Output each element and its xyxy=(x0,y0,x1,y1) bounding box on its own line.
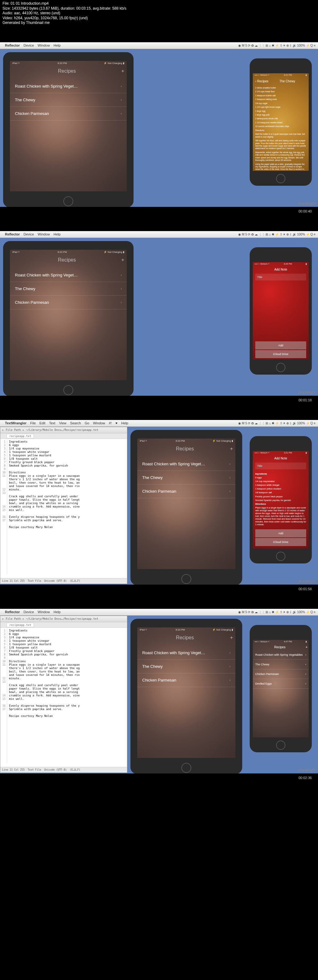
recipe-row[interactable]: Roast Chicken with Spring Veget…› xyxy=(10,80,127,93)
ipad-screen[interactable]: iPad ᯤ8:33 PM⚡ Not Charging ▮ Recipes+ R… xyxy=(10,250,127,380)
timestamp-1: 00:00:40 xyxy=(0,207,318,216)
mac-menubar: TextWrangler File Edit Text View Search … xyxy=(0,420,318,427)
iphone-device: •••○○ Verizon ᯤ8:26 PM▮ Add Note Title A… xyxy=(250,247,312,375)
ipad-device: iPad ᯤ8:33 PM⚡ Not Charging ▮ Recipes+ R… xyxy=(130,619,242,773)
iphone-screen[interactable]: •••○○ Verizon ᯤ 8:21 PM ▮ ‹ Recipes The … xyxy=(253,73,309,171)
menubar-right: ◉ M 5 ⟳ ✿ ☁ ⋮⋮ ⊞ ⌂ ✱ ⚡ ⇪ ✈ ⊕ ᛒ 🔊 100% ⚡ … xyxy=(238,422,315,425)
app-name[interactable]: Reflector xyxy=(5,610,20,614)
chevron-right-icon: › xyxy=(121,84,122,88)
ipad-home-button[interactable] xyxy=(181,574,191,584)
ipad-screen[interactable]: iPad ᯤ8:33 PM⚡ Not Charging ▮ Recipes+ R… xyxy=(137,439,235,569)
menu-device[interactable]: Device xyxy=(24,43,34,47)
app-name[interactable]: TextWrangler xyxy=(5,421,26,425)
add-button[interactable]: + xyxy=(230,446,233,452)
frame-2: Reflector Device Window Help ◉ M 5 ⟳ ✿ ☁… xyxy=(0,231,318,396)
recipe-row[interactable]: Roast Chicken with Spring Veget…› xyxy=(137,646,235,660)
recipe-row[interactable]: The Chewy› xyxy=(137,660,235,673)
mac-menubar: Reflector Device Window Help ◉ M 5 ⟳ ✿ ☁… xyxy=(0,609,318,616)
iphone-status-time: 8:21 PM xyxy=(284,74,292,77)
recipe-row[interactable]: Deviled Eggs› xyxy=(253,679,309,689)
ipad-device: iPad ᯤ 8:33 PM ⚡ Not Charging ▮ Recipes … xyxy=(3,52,134,207)
title-input[interactable]: Title xyxy=(255,463,306,469)
menu-window[interactable]: Window xyxy=(38,43,50,47)
add-button[interactable]: + xyxy=(230,635,233,641)
iphone-status-right: ▮ xyxy=(305,74,307,77)
icloud-button[interactable]: iCloud Drive xyxy=(255,350,306,358)
chevron-right-icon: › xyxy=(121,98,122,102)
title-input[interactable]: Title xyxy=(255,274,306,280)
ipad-screen[interactable]: iPad ᯤ8:33 PM⚡ Not Charging ▮ Recipes+ R… xyxy=(137,627,235,758)
iphone-screen[interactable]: •••○○ Verizon ᯤ3:21 PM▮ Add Note Title I… xyxy=(253,451,309,549)
watermark: pluralsight xyxy=(299,579,315,583)
meta-video: Video: h264, yuv420p, 1024x768, 15.00 fp… xyxy=(3,16,315,21)
mac-menubar: Reflector Device Window Help ◉ M 5 ⟳ ✿ ☁… xyxy=(0,42,318,49)
ipad-device: iPad ᯤ8:33 PM⚡ Not Charging ▮ Recipes+ R… xyxy=(130,430,242,585)
timestamp-3: 00:01:58 xyxy=(0,585,318,593)
add-button[interactable]: + xyxy=(121,257,124,263)
app-name[interactable]: Reflector xyxy=(5,43,20,47)
iphone-home-button[interactable] xyxy=(276,740,285,750)
watermark: pluralsight xyxy=(299,768,315,772)
app-name[interactable]: Reflector xyxy=(5,232,20,236)
timestamp-2: 00:01:18 xyxy=(0,396,318,404)
add-button[interactable]: + xyxy=(121,68,124,74)
add-button[interactable]: Add xyxy=(255,529,306,538)
timestamp-4: 00:02:36 xyxy=(0,773,318,782)
note-body[interactable]: Ingredients 6 eggs1/4 cup mayonnaise1 te… xyxy=(253,471,309,529)
meta-size: Size: 14332942 bytes (13.67 MiB), durati… xyxy=(3,6,315,11)
menu-help[interactable]: Help xyxy=(53,232,60,236)
recipe-row[interactable]: The Chewy› xyxy=(10,282,127,296)
iphone-device: •••○○ Verizon ᯤ 8:21 PM ▮ ‹ Recipes The … xyxy=(250,58,312,186)
recipe-row[interactable]: Chicken Parmesan› xyxy=(137,485,235,498)
recipe-row[interactable]: The Chewy› xyxy=(253,660,309,670)
menubar-right: ◉ M 5 ⟳ ✿ ☁ ⋮⋮ ⊞ ⌂ ✱ ⚡ ⇪ ✈ ⊕ ᛒ 🔊 100% ⚡ … xyxy=(238,610,315,614)
meta-file: File: 01 01 Introduction.mp4 xyxy=(3,1,315,6)
recipe-row[interactable]: Chicken Parmesan› xyxy=(137,673,235,687)
ipad-device: iPad ᯤ8:33 PM⚡ Not Charging ▮ Recipes+ R… xyxy=(3,241,134,396)
iphone-screen[interactable]: •••○○ Verizon ᯤ4:47 PM▮ Recipes+ Roast C… xyxy=(253,640,309,737)
menu-help[interactable]: Help xyxy=(53,43,60,47)
ipad-home-button[interactable] xyxy=(64,196,73,206)
recipe-row[interactable]: Chicken Parmesan› xyxy=(253,670,309,679)
frame-1: Reflector Device Window Help ◉ M 5 ⟳ ✿ ☁… xyxy=(0,42,318,207)
back-button[interactable]: ‹ Recipes xyxy=(255,80,268,83)
menubar-right: ◉ M 5 ⟳ ✿ ☁ ⋮⋮ ⊞ ⌂ ✱ ⚡ ⇪ ✈ ⊕ ᛒ 🔊 100% ⚡ … xyxy=(238,233,315,236)
iphone-home-button[interactable] xyxy=(276,363,285,372)
recipe-row[interactable]: The Chewy› xyxy=(10,93,127,107)
recipe-body: 2 sticks unsalted butter2 1/4 cups bread… xyxy=(253,85,309,171)
ipad-status-left: iPad ᯤ xyxy=(13,62,21,65)
mac-menubar: Reflector Device Window Help ◉ M 5 ⟳ ✿ ☁… xyxy=(0,231,318,238)
watermark: pluralsight xyxy=(299,390,315,395)
frame-4: Reflector Device Window Help ◉ M 5 ⟳ ✿ ☁… xyxy=(0,609,318,773)
iphone-device: •••○○ Verizon ᯤ3:21 PM▮ Add Note Title I… xyxy=(250,436,312,563)
recipes-title: Recipes + xyxy=(10,66,127,76)
recipe-row[interactable]: Roast Chicken with Spring Veget…› xyxy=(10,268,127,282)
recipe-row[interactable]: Roast Chicken with Spring Vegetables› xyxy=(253,650,309,660)
ipad-home-button[interactable] xyxy=(64,385,73,395)
recipe-row[interactable]: The Chewy› xyxy=(137,471,235,485)
recipe-row[interactable]: Roast Chicken with Spring Veget…› xyxy=(137,457,235,471)
recipe-title: The Chewy xyxy=(280,80,295,83)
iphone-home-button[interactable] xyxy=(276,552,285,561)
add-button[interactable]: Add xyxy=(255,341,306,350)
icloud-button[interactable]: iCloud Drive xyxy=(255,538,306,546)
iphone-home-button[interactable] xyxy=(276,174,285,183)
video-metadata: File: 01 01 Introduction.mp4 Size: 14332… xyxy=(0,0,318,27)
watermark: pluralsight xyxy=(299,201,315,206)
ipad-screen[interactable]: iPad ᯤ 8:33 PM ⚡ Not Charging ▮ Recipes … xyxy=(10,61,127,191)
add-note-title: Add Note xyxy=(253,267,309,272)
ipad-home-button[interactable] xyxy=(181,763,191,773)
menu-window[interactable]: Window xyxy=(38,232,50,236)
meta-generated: Generated by Thumbnail me xyxy=(3,21,315,25)
menu-device[interactable]: Device xyxy=(24,232,34,236)
chevron-right-icon: › xyxy=(121,112,122,115)
recipe-row[interactable]: Chicken Parmesan› xyxy=(10,296,127,309)
add-note-title: Add Note xyxy=(253,455,309,461)
recipe-row[interactable]: Chicken Parmesan› xyxy=(10,107,127,121)
iphone-status-left: •••○○ Verizon ᯤ xyxy=(254,74,270,77)
iphone-screen[interactable]: •••○○ Verizon ᯤ8:26 PM▮ Add Note Title A… xyxy=(253,262,309,360)
add-button[interactable]: + xyxy=(305,646,307,649)
iphone-device: •••○○ Verizon ᯤ4:47 PM▮ Recipes+ Roast C… xyxy=(250,625,312,752)
meta-audio: Audio: aac, 44100 Hz, stereo (und) xyxy=(3,11,315,16)
frame-3: TextWrangler File Edit Text View Search … xyxy=(0,420,318,585)
